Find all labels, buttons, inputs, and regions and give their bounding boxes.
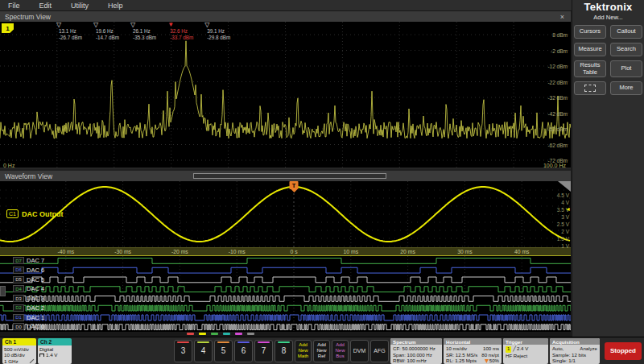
- spectrum-marker-1[interactable]: ▽19.6 Hz-14.7 dBm: [93, 22, 130, 41]
- horizontal-badge-title: Horizontal: [444, 338, 502, 345]
- marker-ref-icon: ▼: [167, 22, 204, 28]
- trigger-settings-badge[interactable]: Trigger 1╱2.4 V HF Reject: [503, 338, 548, 364]
- run-stop-button[interactable]: Stopped: [605, 342, 642, 360]
- time-axis-label: -20 ms: [171, 249, 188, 254]
- sample-rate: SR: 12.5 MS/s: [446, 352, 477, 358]
- rising-edge-icon: ╱: [513, 345, 516, 351]
- record-length: RL: 1.25 Mpts: [446, 358, 477, 364]
- add-new-ref-button[interactable]: Add New Ref: [313, 340, 330, 362]
- time-axis-label: 10 ms: [344, 249, 359, 254]
- digital-bit-name: DAC 4: [27, 285, 44, 292]
- spectrum-reference-marker[interactable]: ▼32.6 Hz-33.7 dBm: [167, 22, 204, 41]
- digital-channel-label-d0[interactable]: D0DAC 0: [13, 322, 44, 331]
- digital-channel-label-d4[interactable]: D4DAC 4: [13, 284, 44, 293]
- digital-channel-label-d5[interactable]: D5DAC 5: [13, 275, 44, 284]
- channel-5-button[interactable]: 5: [214, 340, 233, 362]
- analog-channel-label[interactable]: C1 DAC Output: [6, 209, 63, 218]
- volt-axis-label: 4 V: [561, 200, 569, 205]
- trigger-level-row: 1╱2.4 V: [506, 345, 546, 353]
- spectrum-view-titlebar[interactable]: Spectrum View ×: [0, 11, 571, 22]
- marker-label: 26.1 Hz-35.3 dBm: [133, 28, 167, 41]
- sidebar-button-measure[interactable]: Measure: [574, 43, 606, 56]
- channel-color-stripe: [217, 341, 229, 343]
- ch1-badge[interactable]: Ch 1 500 mV/div 10 dB/div 1 GHz: [2, 338, 36, 364]
- acq-single-count: Single: 1/1: [552, 358, 597, 364]
- spectrum-marker-4[interactable]: ▽39.1 Hz-29.8 dBm: [204, 22, 242, 41]
- add-new-bus-button[interactable]: Add New Bus: [332, 340, 349, 362]
- sidebar-button-grid: CursorsCalloutMeasureSearchResults Table…: [572, 25, 644, 95]
- minimized-trace-handle[interactable]: [211, 333, 218, 335]
- sidebar-button-search[interactable]: Search: [610, 43, 642, 56]
- minimized-trace-handle[interactable]: [247, 333, 254, 335]
- acq-sample-bits: Sample: 12 bits: [552, 352, 597, 358]
- channel-6-button[interactable]: 6: [234, 340, 253, 362]
- menu-edit[interactable]: Edit: [39, 2, 52, 10]
- minimized-trace-handle[interactable]: [187, 333, 194, 335]
- spectrum-y-label: -12 dBm: [547, 64, 568, 69]
- channel-3-button[interactable]: 3: [174, 340, 192, 362]
- spectrum-cf: CF: 50.0000000 Hz: [393, 345, 440, 352]
- sidebar-button-plot[interactable]: Plot: [610, 60, 642, 77]
- sample-interval: 80 ns/pt: [481, 352, 499, 358]
- spectrum-settings-badge[interactable]: Spectrum CF: 50.0000000 Hz Span: 100.000…: [390, 338, 442, 364]
- spectrum-marker-0[interactable]: ▽13.1 Hz-26.7 dBm: [56, 22, 93, 41]
- ch2-badge[interactable]: Ch 2 Digital 1.4 V: [38, 338, 72, 364]
- time-axis: -40 ms-30 ms-20 ms-10 ms0 s10 ms20 ms30 …: [0, 247, 571, 256]
- sidebar-button-cursors[interactable]: Cursors: [574, 25, 606, 39]
- afg-button[interactable]: AFG: [370, 340, 389, 362]
- sidebar-button-results-table[interactable]: Results Table: [574, 60, 606, 77]
- spectrum-y-label: -52 dBm: [547, 126, 568, 132]
- minimized-trace-handle[interactable]: [235, 333, 242, 335]
- digital-bit-badge: D5: [13, 276, 24, 283]
- digital-channel-label-d7[interactable]: D7DAC 7: [13, 256, 44, 265]
- marker-frequency: 13.1 Hz: [59, 28, 93, 35]
- minimized-trace-handle[interactable]: [199, 333, 206, 335]
- add-new-math-button[interactable]: Add New Math: [295, 340, 312, 362]
- trigger-level: 2.4 V: [517, 345, 528, 351]
- waveform-pan-scrollbar[interactable]: [193, 173, 386, 179]
- volt-axis-label: 3 V: [561, 214, 569, 220]
- menu-file[interactable]: File: [8, 2, 20, 10]
- channel-8-button[interactable]: 8: [275, 340, 293, 362]
- marker-amplitude: -33.7 dBm: [170, 35, 204, 41]
- digital-bit-name: DAC 5: [27, 276, 44, 283]
- acquisition-badge-title: Acquisition: [550, 338, 600, 345]
- digital-group-handle[interactable]: [0, 286, 6, 296]
- analog-trace-canvas: [0, 181, 571, 247]
- channel-number: 5: [221, 346, 226, 355]
- dvm-button[interactable]: DVM: [350, 340, 369, 362]
- horizontal-window: 100 ms: [483, 345, 499, 352]
- spectrum-x-start-label: 0 Hz: [3, 163, 14, 168]
- acq-analyze: Analyze: [580, 345, 597, 352]
- time-axis-label: 0 s: [290, 249, 297, 254]
- spectrum-y-label: -72 dBm: [547, 158, 568, 163]
- marker-frequency: 32.6 Hz: [170, 28, 204, 35]
- trigger-position-marker[interactable]: T: [290, 181, 299, 192]
- digital-bit-badge: D2: [13, 304, 24, 312]
- minimized-trace-handle[interactable]: [223, 333, 230, 335]
- digital-channel-label-d1[interactable]: D1DAC 1: [13, 313, 44, 322]
- draw-a-box-icon: [584, 85, 596, 92]
- volt-axis-label: 4.5 V: [557, 192, 569, 198]
- sidebar-button-callout[interactable]: Callout: [610, 25, 642, 39]
- volt-axis-label: 2.5 V: [557, 221, 569, 227]
- acquisition-settings-badge[interactable]: Acquisition Auto,Analyze Sample: 12 bits…: [550, 338, 600, 364]
- digital-channel-label-d3[interactable]: D3DAC 3: [13, 294, 44, 303]
- menu-utility[interactable]: Utility: [71, 2, 89, 10]
- spectrum-y-label: -22 dBm: [547, 79, 568, 85]
- add-new-label[interactable]: Add New...: [572, 14, 644, 21]
- sidebar-button-more[interactable]: More: [610, 81, 642, 95]
- ch2-threshold: 1.4 V: [39, 352, 70, 358]
- digital-channel-label-d2[interactable]: D2DAC 2: [13, 304, 44, 312]
- channel-4-button[interactable]: 4: [194, 340, 213, 362]
- horizontal-settings-badge[interactable]: Horizontal 10 ms/div100 ms SR: 12.5 MS/s…: [444, 338, 502, 364]
- position-marker-icon: [485, 359, 489, 363]
- sidebar-button-draw-a-box[interactable]: [574, 81, 606, 95]
- channel-level-arrow-icon[interactable]: ◄: [565, 206, 571, 212]
- menu-help[interactable]: Help: [108, 2, 123, 10]
- volt-axis-label: 1 V: [561, 243, 569, 249]
- spectrum-marker-2[interactable]: ▽26.1 Hz-35.3 dBm: [130, 22, 167, 41]
- close-icon[interactable]: ×: [559, 13, 566, 21]
- digital-channel-label-d6[interactable]: D6DAC 6: [13, 266, 44, 275]
- channel-7-button[interactable]: 7: [254, 340, 273, 362]
